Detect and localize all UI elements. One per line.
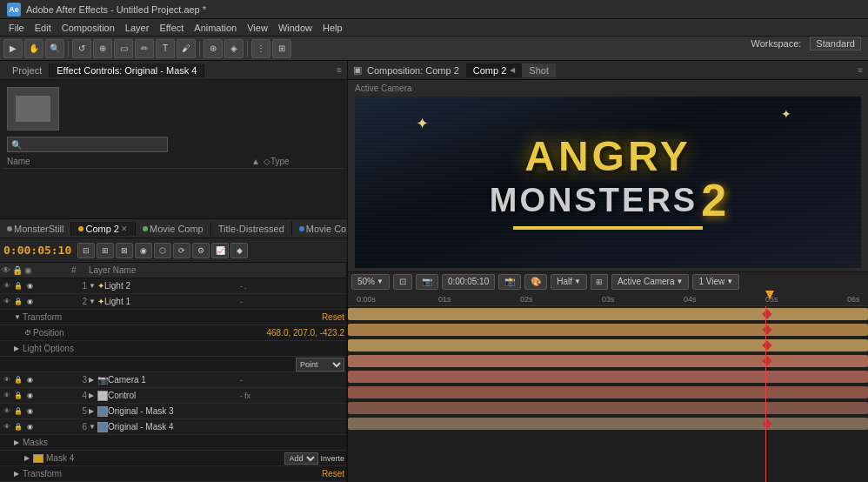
btn-settings[interactable]: ⚙ xyxy=(192,243,210,258)
comp-menu-btn[interactable]: ≡ xyxy=(858,65,863,75)
layer1-icon3[interactable]: ◉ xyxy=(24,281,35,291)
expand-arrow-transform-2[interactable]: ▶ xyxy=(14,470,23,478)
tool-select[interactable]: ▶ xyxy=(3,39,23,58)
search-input[interactable] xyxy=(22,137,161,152)
sub-masks[interactable]: ▶ Masks xyxy=(0,435,346,451)
quality-btn[interactable]: Half ▼ xyxy=(551,274,587,290)
layer3-icon2[interactable]: 🔒 xyxy=(13,375,23,385)
eye-icon-2[interactable]: 👁 xyxy=(2,297,12,307)
color-btn[interactable]: 🎨 xyxy=(524,274,547,290)
comp-tab-arrow[interactable]: ◀ xyxy=(510,66,515,74)
tab-title-distressed[interactable]: Title-Distressed xyxy=(211,222,292,236)
layer1-icon2[interactable]: 🔒 xyxy=(13,281,23,291)
expand-arrow-light-options[interactable]: ▶ xyxy=(14,345,23,352)
invert-btn[interactable]: Inverte xyxy=(320,454,344,463)
position-stopwatch[interactable]: ⏱ xyxy=(24,329,33,337)
menu-help[interactable]: Help xyxy=(317,21,348,35)
tool-rect[interactable]: ▭ xyxy=(114,39,133,58)
eye-icon-1[interactable]: 👁 xyxy=(2,281,12,291)
layer-1-prop1[interactable]: - xyxy=(240,282,243,291)
reset-transform[interactable]: Reset xyxy=(322,312,344,322)
layer-1-prop2[interactable]: . xyxy=(244,282,247,291)
fit-btn[interactable]: ⊡ xyxy=(393,274,412,290)
layer5-icon3[interactable]: ◉ xyxy=(24,406,35,417)
layer2-icon2[interactable]: 🔒 xyxy=(13,297,23,307)
btn-collapse[interactable]: ⊠ xyxy=(116,243,133,258)
tool-brush[interactable]: 🖌 xyxy=(177,39,196,58)
btn-expand[interactable]: ⊞ xyxy=(97,243,114,258)
eye-icon-4[interactable]: 👁 xyxy=(2,391,12,401)
eye-icon-6[interactable]: 👁 xyxy=(2,422,12,432)
tool-rotate[interactable]: ↺ xyxy=(72,39,91,58)
sub-position[interactable]: ⏱ Position 468.0, 207.0, -423.2 xyxy=(0,325,346,341)
zoom-btn[interactable]: 50% ▼ xyxy=(351,274,390,290)
layer-row-camera1[interactable]: 👁 🔒 ◉ 3 ▶ 📷 Camera 1 - xyxy=(0,372,346,388)
expand-arrow-3[interactable]: ▶ xyxy=(89,376,97,384)
layer-row-mask3[interactable]: 👁 🔒 ◉ 5 ▶ Original - Mask 3 xyxy=(0,404,346,419)
expand-arrow-mask4[interactable]: ▶ xyxy=(24,454,33,462)
layer6-icon3[interactable]: ◉ xyxy=(24,422,35,432)
sub-transform-2[interactable]: ▶ Transform Reset xyxy=(0,466,346,482)
btn-markers[interactable]: ◆ xyxy=(230,243,248,258)
point-dropdown[interactable]: Point Spot Ambient xyxy=(296,358,344,372)
btn-graph[interactable]: 📈 xyxy=(211,243,229,258)
comp-tab-shot[interactable]: Shot xyxy=(522,64,556,77)
tool-zoom[interactable]: 🔍 xyxy=(45,39,64,58)
tool-puppet[interactable]: ◈ xyxy=(224,39,244,58)
layer-row-mask4[interactable]: 👁 🔒 ◉ 6 ▼ Original - Mask 4 xyxy=(0,419,346,435)
tool-anchor[interactable]: ⊕ xyxy=(93,39,112,58)
layer-4-fx[interactable]: fx xyxy=(244,392,250,400)
expand-arrow-4[interactable]: ▶ xyxy=(89,392,97,399)
layer-2-prop1[interactable]: - xyxy=(240,298,243,306)
tool-rotobrush[interactable]: ⊛ xyxy=(204,39,223,58)
btn-motion[interactable]: ⟳ xyxy=(173,243,190,258)
expand-arrow-1[interactable]: ▼ xyxy=(89,282,97,290)
layer-row-light2[interactable]: 👁 🔒 ◉ 1 ▼ ✦ Light 2 - . xyxy=(0,278,346,294)
timecode-btn[interactable]: 0:00:05:10 xyxy=(442,274,495,290)
tab-effect-controls[interactable]: Effect Controls: Original - Mask 4 xyxy=(50,64,204,77)
camera-snapshot-btn[interactable]: 📸 xyxy=(498,274,521,290)
tab-project[interactable]: Project xyxy=(5,64,50,77)
menu-file[interactable]: File xyxy=(3,21,30,35)
tab-comp2[interactable]: Comp 2 ✕ xyxy=(71,222,136,236)
expand-arrow-6[interactable]: ▼ xyxy=(89,423,97,431)
btn-stagger[interactable]: ⊟ xyxy=(77,243,95,258)
tab-moviecomp2[interactable]: Movie Comp 2 xyxy=(292,222,347,236)
layer-3-prop1[interactable]: - xyxy=(240,376,243,385)
menu-window[interactable]: Window xyxy=(273,21,317,35)
sub-mask4[interactable]: ▶ Mask 4 Add Inverte xyxy=(0,451,346,466)
sub-light-options[interactable]: ▶ Light Options xyxy=(0,341,346,357)
tab-monsterstill[interactable]: MonsterStill xyxy=(0,222,71,236)
menu-edit[interactable]: Edit xyxy=(30,21,57,35)
layer-4-prop1[interactable]: - xyxy=(240,392,243,400)
views-btn[interactable]: 1 View ▼ xyxy=(692,274,739,290)
tool-misc2[interactable]: ⊞ xyxy=(272,39,291,58)
layer-row-control[interactable]: 👁 🔒 ◉ 4 ▶ Control - fx xyxy=(0,388,346,404)
menu-view[interactable]: View xyxy=(242,21,273,35)
menu-layer[interactable]: Layer xyxy=(120,21,155,35)
workspace-value[interactable]: Standard xyxy=(810,37,861,50)
tool-text[interactable]: T xyxy=(156,39,175,58)
menu-composition[interactable]: Composition xyxy=(57,21,120,35)
menu-animation[interactable]: Animation xyxy=(189,21,242,35)
snapshot-btn[interactable]: 📷 xyxy=(416,274,438,290)
expand-arrow-masks[interactable]: ▶ xyxy=(14,438,23,446)
layer4-icon3[interactable]: ◉ xyxy=(24,391,35,401)
layer2-icon3[interactable]: ◉ xyxy=(24,297,35,307)
mask-add-dropdown[interactable]: Add xyxy=(284,452,318,465)
btn-draft[interactable]: ⬡ xyxy=(154,243,171,258)
reset-transform-2[interactable]: Reset xyxy=(322,469,344,479)
eye-icon-5[interactable]: 👁 xyxy=(2,406,12,417)
tab-moviecomp[interactable]: Movie Comp xyxy=(136,222,211,236)
camera-view-btn[interactable]: Active Camera ▼ xyxy=(611,274,690,290)
tool-pen[interactable]: ✏ xyxy=(135,39,154,58)
timecode-display[interactable]: 0:00:05:10 xyxy=(3,244,71,257)
layer5-icon2[interactable]: 🔒 xyxy=(13,406,23,417)
menu-effect[interactable]: Effect xyxy=(154,21,189,35)
layer4-icon2[interactable]: 🔒 xyxy=(13,391,23,401)
comp-tab-comp2[interactable]: Comp 2 ◀ xyxy=(466,64,523,77)
layer6-icon2[interactable]: 🔒 xyxy=(13,422,23,432)
grid-btn[interactable]: ⊞ xyxy=(591,274,608,290)
layer3-icon3[interactable]: ◉ xyxy=(24,375,35,385)
tool-misc1[interactable]: ⋮ xyxy=(251,39,270,58)
